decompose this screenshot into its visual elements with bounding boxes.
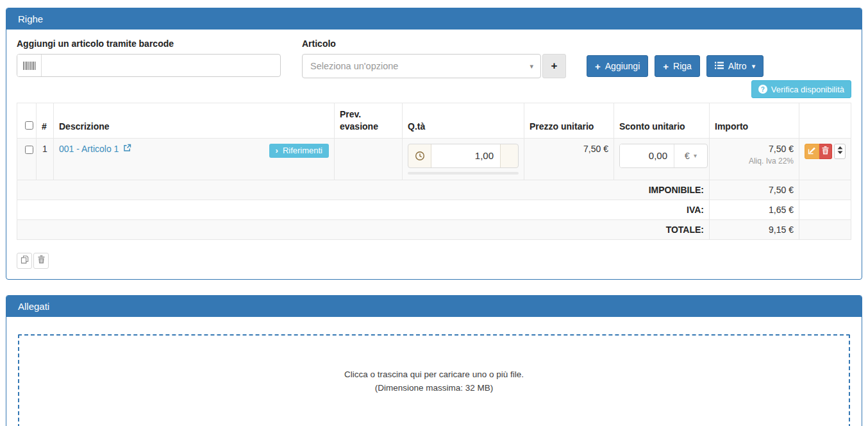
- iva-value: 1,65 €: [710, 200, 799, 219]
- importo-value: 7,50 €: [715, 144, 794, 154]
- row-checkbox[interactable]: [25, 146, 33, 154]
- allegati-panel-body: Clicca o trascina qui per caricare uno o…: [6, 317, 862, 426]
- righe-table: # Descrizione Prev. evasione Q.tà Prezzo…: [17, 103, 851, 240]
- sconto-input-group: € ▾: [619, 144, 708, 168]
- prev-evasione-cell: [335, 138, 403, 180]
- row-number: 1: [37, 138, 54, 180]
- col-header-importo: Importo: [710, 103, 799, 139]
- col-header-descrizione: Descrizione: [54, 103, 335, 139]
- righe-panel-title: Righe: [6, 8, 862, 30]
- prezzo-unitario-value: 7,50 €: [524, 138, 614, 180]
- table-header-row: # Descrizione Prev. evasione Q.tà Prezzo…: [17, 103, 851, 139]
- edit-icon: [808, 146, 816, 157]
- col-header-sconto: Sconto unitario: [614, 103, 710, 139]
- totale-row: TOTALE: 9,15 €: [17, 219, 851, 239]
- altro-dropdown-button[interactable]: Altro ▾: [706, 55, 764, 77]
- sconto-input[interactable]: [620, 144, 674, 167]
- chevron-down-icon: ▾: [694, 152, 697, 159]
- col-header-prezzo: Prezzo unitario: [524, 103, 614, 139]
- col-header-num: #: [37, 103, 54, 139]
- riga-button[interactable]: + Riga: [655, 55, 700, 77]
- select-all-checkbox[interactable]: [25, 121, 33, 130]
- totale-label: TOTALE:: [17, 219, 710, 239]
- articolo-link[interactable]: 001 - Articolo 1: [59, 144, 131, 154]
- iva-row: IVA: 1,65 €: [17, 200, 851, 219]
- clock-icon: [408, 144, 431, 167]
- totale-value: 9,15 €: [710, 219, 799, 239]
- barcode-icon: [17, 55, 42, 76]
- qta-input-group: [408, 144, 519, 168]
- delete-rows-button[interactable]: [33, 253, 49, 269]
- aggiungi-button-label: Aggiungi: [605, 61, 640, 71]
- chevron-down-icon: ▾: [530, 62, 533, 71]
- list-icon: [715, 61, 724, 71]
- righe-toolbar: Aggiungi un articolo tramite barcode: [17, 38, 851, 78]
- question-circle-icon: ?: [758, 85, 767, 94]
- articolo-select[interactable]: Seleziona un'opzione ▾: [302, 54, 541, 78]
- righe-panel: Righe Aggiungi un articolo tramite barco…: [6, 8, 862, 280]
- righe-action-buttons: + Aggiungi + Riga: [587, 38, 764, 77]
- riferimenti-badge[interactable]: › Riferimenti: [269, 144, 329, 158]
- sconto-type-dropdown[interactable]: € ▾: [674, 144, 707, 167]
- plus-icon: +: [551, 60, 558, 72]
- aliquota-iva-label: Aliq. Iva 22%: [715, 157, 794, 166]
- plus-icon: +: [663, 61, 669, 72]
- articolo-field-group: Articolo Seleziona un'opzione ▾ +: [302, 38, 566, 78]
- qta-progress-bar: [408, 172, 519, 175]
- file-dropzone[interactable]: Clicca o trascina qui per caricare uno o…: [18, 334, 850, 426]
- sconto-type-value: €: [685, 151, 690, 161]
- allegati-panel: Allegati Clicca o trascina qui per caric…: [6, 295, 862, 426]
- iva-label: IVA:: [17, 200, 710, 219]
- riferimenti-badge-label: Riferimenti: [283, 146, 322, 155]
- edit-row-button[interactable]: [805, 144, 819, 159]
- barcode-input-group: [17, 54, 281, 77]
- external-link-icon: [123, 144, 131, 154]
- imponibile-value: 7,50 €: [710, 180, 799, 200]
- riga-button-label: Riga: [673, 61, 692, 71]
- table-tools: [17, 253, 851, 269]
- qta-addon: [500, 144, 518, 167]
- sort-row-handle[interactable]: [834, 144, 846, 159]
- plus-icon: +: [595, 61, 601, 72]
- dropzone-text-line1: Clicca o trascina qui per caricare uno o…: [344, 370, 524, 379]
- imponibile-label: IMPONIBILE:: [17, 180, 710, 200]
- articolo-label: Articolo: [302, 38, 566, 49]
- verifica-disponibilita-button[interactable]: ? Verifica disponibilità: [751, 80, 851, 98]
- barcode-field-group: Aggiungi un articolo tramite barcode: [17, 38, 281, 77]
- trash-icon: [822, 146, 829, 157]
- chevron-down-icon: ▾: [752, 62, 756, 71]
- table-row: 1 001 - Articolo 1: [17, 138, 851, 180]
- col-header-actions: [799, 103, 851, 139]
- dropzone-text-line2: (Dimensione massima: 32 MB): [375, 383, 494, 393]
- sort-icon: [837, 146, 843, 156]
- barcode-input[interactable]: [42, 55, 280, 76]
- righe-panel-body: Aggiungi un articolo tramite barcode: [6, 30, 862, 279]
- col-header-qta: Q.tà: [403, 103, 524, 139]
- articolo-select-placeholder: Seleziona un'opzione: [310, 61, 398, 71]
- imponibile-row: IMPONIBILE: 7,50 €: [17, 180, 851, 200]
- barcode-label: Aggiungi un articolo tramite barcode: [17, 38, 281, 49]
- articolo-link-label: 001 - Articolo 1: [59, 144, 119, 154]
- allegati-panel-title: Allegati: [6, 296, 862, 317]
- add-articolo-button[interactable]: +: [542, 54, 566, 78]
- aggiungi-button[interactable]: + Aggiungi: [587, 55, 648, 77]
- trash-icon: [38, 255, 45, 266]
- col-header-prev-evasione: Prev. evasione: [335, 103, 403, 139]
- qta-input[interactable]: [431, 144, 500, 167]
- altro-button-label: Altro: [728, 61, 747, 71]
- copy-icon: [21, 255, 29, 266]
- duplicate-rows-button[interactable]: [17, 253, 32, 269]
- verifica-button-label: Verifica disponibilità: [771, 85, 844, 94]
- chevron-right-icon: ›: [276, 146, 278, 155]
- delete-row-button[interactable]: [819, 144, 833, 159]
